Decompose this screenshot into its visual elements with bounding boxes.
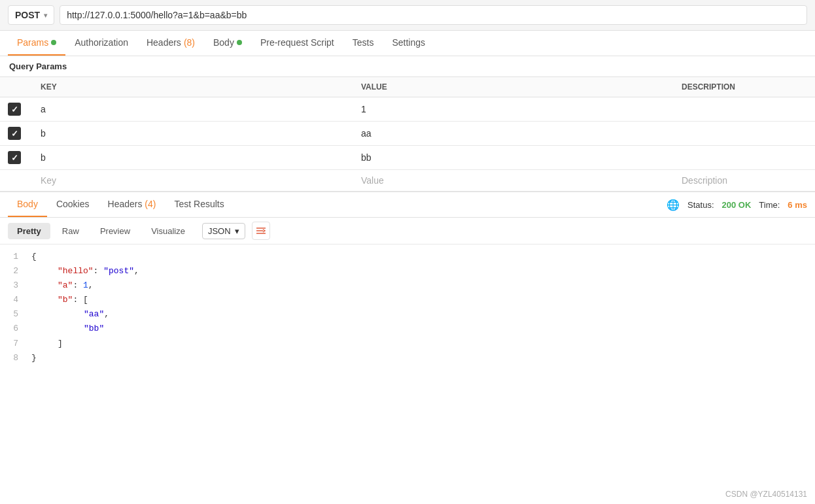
format-select-chevron: ▾ — [235, 226, 239, 236]
code-area: 1 2 3 4 5 6 7 8 { "hello": "post", "a": … — [0, 244, 815, 388]
method-label: POST — [15, 10, 40, 20]
globe-icon: 🌐 — [667, 198, 680, 211]
col-desc-header: DESCRIPTION — [674, 77, 815, 97]
wrap-icon — [256, 226, 266, 235]
code-line-1: { — [31, 250, 810, 264]
response-tab-headers-label: Headers — [108, 199, 145, 209]
body-dot — [237, 40, 242, 45]
tab-settings-label: Settings — [392, 37, 425, 48]
table-row: ✓ b aa — [0, 122, 815, 146]
code-line-4: "b": [ — [31, 293, 810, 307]
placeholder-key[interactable]: Key — [33, 170, 353, 192]
table-row: ✓ a 1 — [0, 97, 815, 122]
time-label: Time: — [759, 200, 780, 210]
response-tab-test-results[interactable]: Test Results — [165, 192, 233, 217]
row2-check-cell: ✓ — [0, 122, 33, 146]
query-params-section-label: Query Params — [0, 56, 815, 76]
row3-checkbox[interactable]: ✓ — [8, 151, 21, 164]
response-section: Body Cookies Headers (4) Test Results 🌐 … — [0, 192, 815, 388]
response-tab-body[interactable]: Body — [8, 192, 47, 217]
row2-value[interactable]: aa — [353, 122, 674, 146]
table-row: ✓ b bb — [0, 146, 815, 170]
params-table: KEY VALUE DESCRIPTION ✓ a 1 ✓ b aa — [0, 76, 815, 192]
line-num-2: 2 — [8, 264, 18, 278]
tab-tests-label: Tests — [353, 37, 374, 48]
placeholder-value[interactable]: Value — [353, 170, 674, 192]
col-key-header: KEY — [33, 77, 353, 97]
tab-params-label: Params — [17, 37, 48, 48]
tab-params[interactable]: Params — [8, 31, 65, 56]
tab-body[interactable]: Body — [204, 31, 251, 56]
tab-pre-request-label: Pre-request Script — [260, 37, 334, 48]
line-num-5: 5 — [8, 307, 18, 322]
response-toolbar: Pretty Raw Preview Visualize JSON ▾ — [0, 218, 815, 244]
row1-key[interactable]: a — [33, 97, 353, 122]
response-headers-badge: (4) — [145, 199, 156, 209]
request-tabs: Params Authorization Headers (8) Body Pr… — [0, 31, 815, 56]
tab-tests[interactable]: Tests — [343, 31, 383, 56]
placeholder-desc[interactable]: Description — [674, 170, 815, 192]
row3-desc[interactable] — [674, 146, 815, 170]
col-check-header — [0, 77, 33, 97]
row1-value[interactable]: 1 — [353, 97, 674, 122]
response-tab-body-label: Body — [17, 199, 38, 209]
response-tab-headers[interactable]: Headers (4) — [99, 192, 165, 217]
row1-checkmark: ✓ — [11, 105, 18, 114]
code-line-2: "hello": "post", — [31, 264, 810, 278]
row3-checkmark: ✓ — [11, 153, 18, 163]
line-num-1: 1 — [8, 250, 18, 264]
response-tabs: Body Cookies Headers (4) Test Results 🌐 … — [0, 192, 815, 218]
row2-key[interactable]: b — [33, 122, 353, 146]
tab-authorization[interactable]: Authorization — [65, 31, 137, 56]
row3-key[interactable]: b — [33, 146, 353, 170]
row1-desc[interactable] — [674, 97, 815, 122]
method-selector[interactable]: POST ▾ — [8, 5, 54, 25]
code-line-8: } — [31, 351, 810, 365]
format-tab-preview[interactable]: Preview — [91, 223, 139, 239]
placeholder-check-cell — [0, 170, 33, 192]
tab-settings[interactable]: Settings — [383, 31, 434, 56]
table-row-placeholder: Key Value Description — [0, 170, 815, 192]
status-label: Status: — [687, 200, 714, 210]
tab-authorization-label: Authorization — [75, 37, 128, 48]
row1-checkbox[interactable]: ✓ — [8, 103, 21, 116]
row2-checkmark: ✓ — [11, 129, 18, 139]
row3-value[interactable]: bb — [353, 146, 674, 170]
line-num-3: 3 — [8, 278, 18, 293]
row2-checkbox[interactable]: ✓ — [8, 127, 21, 140]
line-numbers: 1 2 3 4 5 6 7 8 — [0, 250, 26, 383]
code-line-6: "bb" — [31, 322, 810, 336]
code-line-5: "aa", — [31, 307, 810, 322]
col-value-header: VALUE — [353, 77, 674, 97]
row3-check-cell: ✓ — [0, 146, 33, 170]
wrap-lines-button[interactable] — [252, 222, 270, 240]
format-select-label: JSON — [208, 226, 231, 236]
tab-headers-label: Headers — [147, 37, 181, 48]
headers-badge: (8) — [184, 37, 195, 48]
response-tab-test-results-label: Test Results — [174, 199, 224, 209]
code-line-7: ] — [31, 337, 810, 351]
format-select[interactable]: JSON ▾ — [202, 223, 245, 239]
code-line-3: "a": 1, — [31, 278, 810, 293]
tab-pre-request[interactable]: Pre-request Script — [251, 31, 343, 56]
params-dot — [51, 40, 56, 45]
line-num-4: 4 — [8, 293, 18, 307]
method-chevron: ▾ — [44, 12, 47, 19]
tab-body-label: Body — [213, 37, 234, 48]
status-value: 200 OK — [722, 200, 752, 210]
line-num-8: 8 — [8, 351, 18, 365]
tab-headers[interactable]: Headers (8) — [137, 31, 204, 56]
row1-check-cell: ✓ — [0, 97, 33, 122]
line-num-6: 6 — [8, 322, 18, 336]
time-value: 6 ms — [788, 200, 807, 210]
line-num-7: 7 — [8, 337, 18, 351]
response-meta: 🌐 Status: 200 OK Time: 6 ms — [667, 198, 807, 211]
format-tab-visualize[interactable]: Visualize — [142, 223, 194, 239]
response-tab-cookies[interactable]: Cookies — [47, 192, 99, 217]
format-tab-pretty[interactable]: Pretty — [8, 223, 50, 239]
format-tab-raw[interactable]: Raw — [53, 223, 88, 239]
url-input[interactable] — [60, 5, 807, 25]
row2-desc[interactable] — [674, 122, 815, 146]
url-bar: POST ▾ — [0, 0, 815, 31]
code-content: { "hello": "post", "a": 1, "b": [ "aa", … — [26, 250, 815, 383]
